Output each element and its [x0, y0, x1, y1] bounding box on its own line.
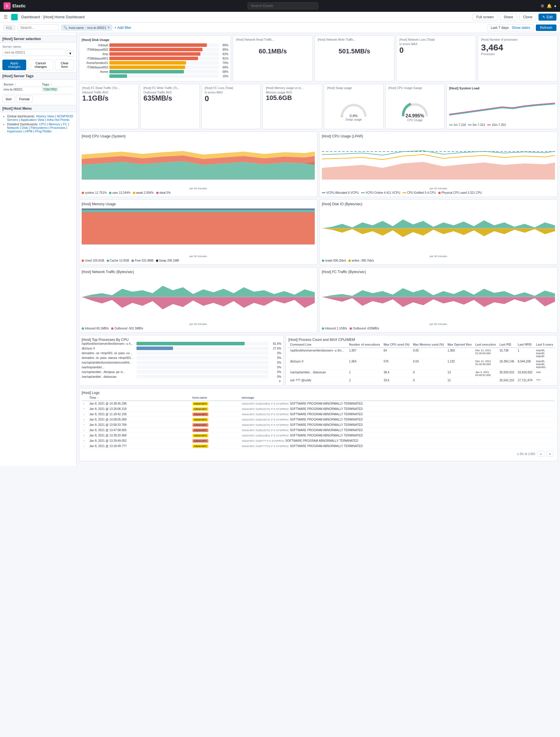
server-dropdown-button[interactable]: ▼ — [67, 50, 74, 57]
system-load-panel: [Host] System Load 1m 7.218 5m 7. — [447, 84, 558, 129]
breadcrumb-home[interactable]: Dashboard — [21, 15, 40, 19]
disk-bar-track — [109, 70, 219, 73]
log-expand-icon[interactable]: › — [82, 412, 88, 417]
time-selector[interactable]: Last 7 days Show dates — [487, 24, 533, 31]
hamburger-menu-icon[interactable]: ☰ — [4, 14, 8, 20]
log-expand-icon[interactable]: › — [82, 407, 88, 412]
hypervisor-link[interactable]: Hypervisor — [7, 129, 23, 133]
breadcrumb-current: [Host] Home Dashboard — [43, 15, 84, 19]
fc-traffic-panel: [Host] FC Traffic (Bytes/sec) per 60 min… — [319, 267, 558, 333]
edit-button[interactable]: ✎ Edit — [538, 14, 556, 21]
fc-link[interactable]: FC — [63, 122, 67, 126]
cancel-changes-button[interactable]: Cancel changes — [28, 60, 53, 70]
cpu-link[interactable]: CPU — [39, 122, 46, 126]
application-view-link[interactable]: Application View — [21, 118, 45, 121]
svg-marker-5 — [322, 162, 555, 180]
logs-col-host[interactable]: host.name — [191, 395, 240, 401]
log-expand-icon[interactable]: › — [82, 428, 88, 433]
process-cmd-label: /var/tmp/amble/... — [82, 366, 135, 369]
edit-icon: ✎ — [542, 15, 545, 19]
load-15m-legend: 15m 7.253 — [487, 123, 505, 126]
network-write-value: 501.5MB/s — [339, 47, 370, 55]
disk-reads-legend: reads 596.2kb/s — [322, 259, 346, 262]
log-expand-icon[interactable]: › — [82, 422, 88, 428]
share-button[interactable]: Share — [500, 14, 517, 21]
time-selector-show-dates[interactable]: Show dates — [512, 26, 530, 30]
disk-bar-pct: 81% — [220, 57, 228, 60]
infra-hot-points-link[interactable]: Infra Hot Points — [47, 118, 70, 121]
apply-changes-button[interactable]: Apply changes — [2, 60, 26, 70]
sidebar-button-row: Apply changes Cancel changes Clear form — [2, 60, 74, 70]
logs-title: [Host] Logs — [82, 391, 555, 395]
proc-exec: 2 — [347, 378, 382, 383]
refresh-button[interactable]: Refresh — [536, 24, 556, 31]
disk-bar-label: /T5M/depool001 — [82, 57, 108, 60]
kql-badge[interactable]: KQL — [4, 25, 15, 30]
log-expand-icon[interactable]: › — [82, 438, 88, 444]
log-expand-icon[interactable]: › — [82, 444, 88, 449]
process-bar-row: /usr/opt/amble/itsm/stsm/win/cmd4/dmc-ge… — [82, 361, 281, 364]
history-view-link[interactable]: History View — [36, 114, 54, 118]
add-filter-button[interactable]: + Add filter — [114, 26, 131, 30]
clear-form-button[interactable]: Clear form — [55, 60, 74, 70]
log-table-row: › Jan 8, 2021 @ 14:08:05.069 A924ASFC A9… — [82, 417, 555, 422]
log-expand-icon[interactable]: › — [82, 401, 88, 407]
disk-io-xlabel: per 60 minutes — [322, 255, 555, 258]
log-expand-icon[interactable]: › — [82, 417, 88, 422]
process-bar-pct: 0% — [271, 366, 281, 369]
format-button[interactable]: Format — [16, 96, 33, 103]
expand-processes-button[interactable]: ▼ — [82, 380, 281, 383]
swap-card: [Host] Swap usage 0.8% Swap usage — [324, 84, 383, 129]
process-bar-track — [136, 375, 269, 379]
memory-link[interactable]: Memory — [49, 122, 60, 126]
processes-link[interactable]: Processes — [50, 126, 65, 129]
server-name-input[interactable] — [2, 49, 65, 56]
search-input[interactable] — [248, 2, 318, 9]
next-page-button[interactable]: › — [547, 451, 553, 457]
cpu-steal-legend: steal 0% — [156, 191, 171, 194]
disk-writes-legend: writes -395.7kb/s — [348, 259, 374, 262]
logs-col-time[interactable]: Time ↑ — [88, 395, 191, 401]
disk-bar-fill — [109, 70, 184, 73]
network-link[interactable]: Network — [7, 126, 19, 129]
network-write-card: [Host] Network Write Traffic... 501.5MB/… — [314, 35, 394, 81]
cpu-system-legend: system 11.751% user 13.244% await 2.056%… — [82, 191, 315, 194]
clone-button[interactable]: Clone — [519, 14, 536, 21]
disk-link[interactable]: Disk — [22, 126, 28, 129]
prev-page-button[interactable]: ‹ — [538, 451, 544, 457]
process-bar-row: /var/opt/amble/...disksscan 0% — [82, 375, 281, 379]
filter-bar: KQL 🔍 host.name : mrs-le-00021 ✕ + Add f… — [0, 22, 560, 33]
proc-cmd: ssh ??? @notify — [288, 378, 347, 383]
proc-col-exec: Number of executions — [347, 342, 382, 348]
disk-bar-row: /home/tsmdex01 70% — [82, 61, 228, 65]
secondary-nav-right: Full screen Share Clone ✎ Edit — [472, 14, 556, 21]
ping-plotter-link[interactable]: Ping Plotter — [35, 129, 52, 133]
log-expand-icon[interactable]: › — [82, 433, 88, 438]
memory-usage-panel: [Host] Memory Usage per 60 minutes Used … — [79, 199, 317, 265]
system-load-svg — [449, 92, 555, 121]
notifications-icon[interactable]: 🔔 — [547, 4, 552, 8]
settings-icon[interactable]: ⚙ — [541, 4, 544, 8]
fullscreen-button[interactable]: Full screen — [472, 14, 498, 21]
filter-search-input[interactable] — [18, 24, 59, 31]
log-time: Jan 8, 2021 @ 13:18:49.??? — [88, 444, 191, 449]
logs-col-message[interactable]: message — [240, 395, 555, 401]
user-icon[interactable]: ● — [554, 4, 556, 8]
process-cmd-label: dsmadmc -id -pass -stanza +timpr001/anni… — [82, 356, 135, 359]
process-bar-pct: 0% — [271, 371, 281, 374]
filesystems-link[interactable]: Filesystems — [31, 126, 48, 129]
filter-tag-remove[interactable]: ✕ — [107, 26, 110, 29]
cpu-await-legend: await 2.056% — [133, 191, 154, 194]
hpm-link[interactable]: HPM — [25, 129, 32, 133]
proc-last-exec: Dec 12, 2021 01:00:00.000 — [473, 359, 498, 370]
log-message: A924ASFC 0108130721 P S SYSPROC SOFTWARE… — [240, 417, 555, 422]
proc-cpu: 38.4 — [382, 370, 411, 378]
proc-files: 1,300 — [446, 348, 473, 359]
log-host: A924ASFC — [191, 412, 240, 417]
proc-col-cpu: Max CPU used (%) — [382, 342, 411, 348]
sort-button[interactable]: Sort — [2, 96, 15, 103]
tags-server-value: mrs-le-00021 — [2, 87, 41, 92]
disk-bar-track — [109, 52, 219, 56]
svg-marker-19 — [322, 297, 555, 307]
proc-last-exec: Dec 12, 2021 01:00:00.000 — [473, 348, 498, 359]
